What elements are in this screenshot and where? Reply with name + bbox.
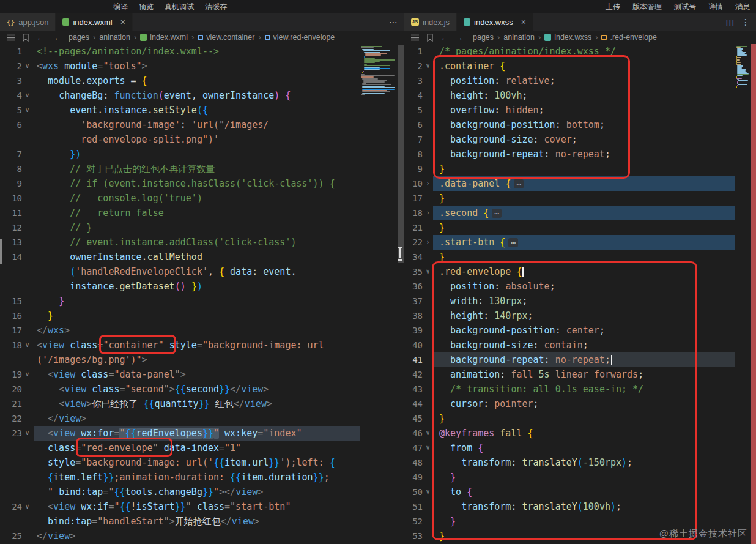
code-line[interactable]: 1/* pages/anination/index.wxss */ — [404, 44, 756, 59]
code-editor-wxml[interactable]: 1<!--pages/anination/index.wxml-->2∨<wxs… — [0, 44, 404, 544]
code-line[interactable]: 2∨<wxs module="tools"> — [0, 59, 404, 73]
code-line[interactable]: 49 } — [404, 470, 756, 485]
code-line[interactable]: instance.getDataset() }) — [0, 279, 404, 294]
code-line[interactable]: 36 position: absolute; — [404, 279, 756, 294]
code-line[interactable]: 23∨ <view wx:for="{{redEnvelopes}}" wx:k… — [0, 426, 404, 441]
tab-index.wxss[interactable]: index.wxss× — [457, 13, 533, 31]
more-actions-icon[interactable]: ⋮ — [741, 17, 750, 27]
code-line[interactable]: ('/images/bg.png')"> — [0, 352, 404, 367]
breadcrumb-item-anination[interactable]: anination — [503, 33, 535, 42]
code-line[interactable]: 3 position: relative; — [404, 73, 756, 88]
fold-chevron-icon[interactable]: ∨ — [423, 59, 433, 73]
code-line[interactable]: 7 background-size: cover; — [404, 132, 756, 147]
fold-chevron-icon[interactable]: ∨ — [22, 499, 32, 514]
code-line[interactable]: 6 background-position: bottom; — [404, 117, 756, 132]
code-line[interactable]: 8 // 对于已点击的红包不再计算数量 — [0, 162, 404, 176]
fold-chevron-icon[interactable]: › — [423, 176, 433, 191]
menu-item-清缓存[interactable]: 清缓存 — [205, 2, 227, 12]
code-line[interactable]: 9 // if (event.instance.hasClass('click-… — [0, 176, 404, 191]
menu-item-上传[interactable]: 上传 — [606, 2, 620, 12]
code-line[interactable]: 11 // return false — [0, 206, 404, 220]
code-line[interactable]: 20 <view class="second">{{second}}</view… — [0, 382, 404, 397]
menu-item-编译[interactable]: 编译 — [113, 2, 128, 12]
outline-icon[interactable] — [410, 34, 420, 41]
back-arrow-icon[interactable]: ← — [35, 33, 45, 42]
code-line[interactable]: 10 // console.log('true') — [0, 191, 404, 206]
code-line[interactable]: 19∨ <view class="data-panel"> — [0, 367, 404, 382]
menu-item-版本管理[interactable]: 版本管理 — [632, 2, 662, 12]
code-line[interactable]: 16 } — [0, 308, 404, 323]
code-line[interactable]: 5∨ event.instance.setStyle({ — [0, 103, 404, 117]
fold-chevron-icon[interactable]: ∨ — [22, 367, 32, 382]
menu-item-预览[interactable]: 预览 — [139, 2, 154, 12]
forward-arrow-icon[interactable]: → — [454, 33, 464, 42]
code-editor-wxss[interactable]: 1/* pages/anination/index.wxss */2∨.cont… — [404, 44, 756, 544]
code-line[interactable]: 7 }) — [0, 147, 404, 162]
code-line[interactable]: 39 background-position: center; — [404, 323, 756, 338]
code-line[interactable]: 22›.start-btn {⋯ — [404, 235, 756, 250]
code-line[interactable]: 22 </view> — [0, 411, 404, 426]
breadcrumb-item-index.wxml[interactable]: index.wxml — [140, 33, 188, 42]
code-line[interactable]: 43 /* transition: all 0.1s ease-in; */ — [404, 382, 756, 397]
breadcrumb-item-view.red-envelope[interactable]: view.red-envelope — [265, 33, 335, 42]
breadcrumb-item-pages[interactable]: pages — [69, 33, 89, 42]
back-arrow-icon[interactable]: ← — [440, 33, 449, 42]
tab-index.js[interactable]: JSindex.js — [404, 13, 457, 31]
code-line[interactable]: 38 height: 140rpx; — [404, 308, 756, 323]
fold-chevron-icon[interactable]: ∨ — [423, 485, 433, 499]
code-line[interactable]: 25</view> — [0, 529, 404, 543]
code-line[interactable]: 14 ownerInstance.callMethod — [0, 250, 404, 264]
code-line[interactable]: 40 background-size: contain; — [404, 338, 756, 352]
more-tabs-icon[interactable]: ⋯ — [389, 17, 398, 27]
menu-item-测试号[interactable]: 测试号 — [674, 2, 696, 12]
menu-item-消息[interactable]: 消息 — [735, 2, 750, 12]
code-line[interactable]: 1<!--pages/anination/index.wxml--> — [0, 44, 404, 59]
close-icon[interactable]: × — [120, 17, 125, 27]
code-line[interactable]: 37 width: 130rpx; — [404, 294, 756, 308]
forward-arrow-icon[interactable]: → — [50, 33, 59, 42]
fold-chevron-icon[interactable]: ∨ — [22, 88, 32, 103]
fold-chevron-icon[interactable]: ∨ — [423, 264, 433, 279]
breadcrumb-item-anination[interactable]: anination — [99, 33, 130, 42]
code-line[interactable]: 3 module.exports = { — [0, 73, 404, 88]
code-line[interactable]: 2∨.container { — [404, 59, 756, 73]
code-line[interactable]: 12 // } — [0, 220, 404, 235]
code-line[interactable]: 24∨ <view wx:if="{{!isStart}}" class="st… — [0, 499, 404, 514]
menu-item-详情[interactable]: 详情 — [708, 2, 723, 12]
tab-app.json[interactable]: {}app.json — [0, 13, 56, 31]
code-line[interactable]: 21 <view>你已经抢了 {{quantity}} 红包</view> — [0, 397, 404, 411]
code-line[interactable]: 8 background-repeat: no-repeat; — [404, 147, 756, 162]
fold-chevron-icon[interactable]: ∨ — [423, 441, 433, 455]
fold-chevron-icon[interactable]: ∨ — [22, 338, 32, 352]
code-line[interactable]: red-envelope-split.png")' — [0, 132, 404, 147]
code-line[interactable]: 50∨ to { — [404, 485, 756, 499]
code-line[interactable]: 18∨<view class="container" style="backgr… — [0, 338, 404, 352]
fold-chevron-icon[interactable]: ∨ — [423, 426, 433, 441]
breadcrumb-item-.red-envelope[interactable]: .red-envelope — [601, 33, 656, 42]
code-line[interactable]: {item.left}};animation-duration: {{item.… — [0, 470, 404, 485]
scrollbar[interactable] — [398, 45, 404, 263]
code-line[interactable]: 45} — [404, 411, 756, 426]
code-line[interactable]: 13 // event.instance.addClass('click-cla… — [0, 235, 404, 250]
close-icon[interactable]: × — [521, 17, 526, 27]
bookmark-icon[interactable] — [425, 34, 434, 42]
code-line[interactable]: 44 cursor: pointer; — [404, 397, 756, 411]
code-line[interactable]: 4∨ changeBg: function(event, ownerInstan… — [0, 88, 404, 103]
code-line[interactable]: 47∨ from { — [404, 441, 756, 455]
breadcrumb-item-index.wxss[interactable]: index.wxss — [544, 33, 591, 42]
fold-chevron-icon[interactable]: ∨ — [22, 103, 32, 117]
bookmark-icon[interactable] — [21, 34, 30, 42]
code-line[interactable]: class="red-envelope" data-index="1" — [0, 441, 404, 455]
code-line[interactable]: 15 } — [0, 294, 404, 308]
code-line[interactable]: 18›.second {⋯ — [404, 206, 756, 220]
code-line[interactable]: 52 } — [404, 514, 756, 529]
code-line[interactable]: 21} — [404, 220, 756, 235]
fold-chevron-icon[interactable]: › — [423, 206, 433, 220]
fold-chevron-icon[interactable]: › — [423, 235, 433, 250]
breadcrumb-item-view.container[interactable]: view.container — [198, 33, 254, 42]
code-line[interactable]: 34} — [404, 250, 756, 264]
fold-chevron-icon[interactable]: ∨ — [22, 426, 32, 441]
code-line[interactable]: bind:tap="handleStart">开始抢红包</view> — [0, 514, 404, 529]
code-line[interactable]: 5 overflow: hidden; — [404, 103, 756, 117]
code-line[interactable]: 9} — [404, 162, 756, 176]
